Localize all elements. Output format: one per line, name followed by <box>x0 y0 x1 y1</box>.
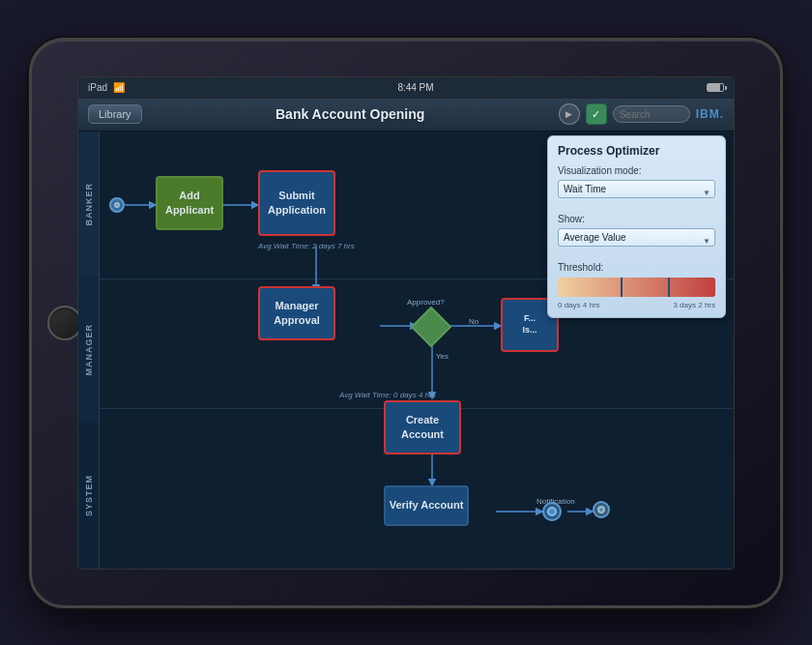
search-input[interactable] <box>613 105 690 123</box>
decision-diamond <box>411 306 451 346</box>
tablet: iPad 📶 8:44 PM Library Bank Account Open… <box>29 38 783 608</box>
approved-label: Approved? <box>407 298 445 307</box>
wifi-icon: 📶 <box>113 82 125 93</box>
threshold-label: Threshold: <box>558 262 715 273</box>
time-display: 8:44 PM <box>397 82 433 93</box>
wait-time-label-1: Avg Wait Time: 2 days 7 hrs <box>258 242 355 250</box>
notification-circle <box>542 502 562 521</box>
swim-lane-manager: Manager <box>78 277 100 423</box>
threshold-handle-right[interactable] <box>668 278 670 297</box>
viz-mode-select[interactable]: Wait Time <box>558 180 715 198</box>
end-circle <box>593 501 610 518</box>
threshold-min: 0 days 4 hrs <box>558 301 600 309</box>
yes-label: Yes <box>436 352 449 361</box>
optimizer-title: Process Optimizer <box>558 144 715 158</box>
nav-bar: Library Bank Account Opening ▶ ✓ IBM. <box>78 99 734 132</box>
check-button[interactable]: ✓ <box>586 103 607 125</box>
manager-approval-node[interactable]: ManagerApproval <box>258 286 335 340</box>
viz-mode-label: Visualization mode: <box>558 165 715 176</box>
play-button[interactable]: ▶ <box>559 103 580 125</box>
battery-icon <box>707 83 724 92</box>
show-label: Show: <box>558 214 715 224</box>
no-label: No <box>469 317 478 326</box>
nav-controls: ▶ ✓ IBM. <box>559 103 724 125</box>
start-circle <box>109 197 125 213</box>
threshold-max: 3 days 2 hrs <box>673 301 715 309</box>
swim-lane-banker: Banker <box>78 132 100 278</box>
wait-time-label-2: Avg Wait Time: 0 days 4 hrs <box>339 391 436 399</box>
page-title: Bank Account Opening <box>276 106 424 122</box>
status-bar: iPad 📶 8:44 PM <box>78 77 734 99</box>
swim-lane-manager-label: Manager <box>84 324 94 376</box>
optimizer-panel: Process Optimizer Visualization mode: Wa… <box>547 135 726 318</box>
status-right <box>707 83 724 92</box>
ibm-logo: IBM. <box>696 107 724 121</box>
threshold-bar[interactable] <box>558 278 715 297</box>
show-wrapper: Average Value <box>558 227 715 254</box>
add-applicant-node[interactable]: AddApplicant <box>156 176 223 230</box>
diagram-area: AddApplicant SubmitApplication Avg Wait … <box>100 132 734 569</box>
show-select[interactable]: Average Value <box>558 228 715 247</box>
device-label: iPad <box>88 82 107 93</box>
submit-application-node[interactable]: SubmitApplication <box>258 170 335 236</box>
threshold-labels: 0 days 4 hrs 3 days 2 hrs <box>558 301 715 309</box>
viz-mode-wrapper: Wait Time <box>558 179 715 206</box>
threshold-handle-left[interactable] <box>621 278 623 297</box>
swim-lane-banker-label: Banker <box>84 183 94 226</box>
library-button[interactable]: Library <box>88 104 142 124</box>
threshold-gradient <box>558 278 715 297</box>
swim-lane-system-label: System <box>84 475 94 516</box>
verify-account-node[interactable]: Verify Account <box>384 485 469 526</box>
create-account-node[interactable]: CreateAccount <box>384 400 461 454</box>
status-left: iPad 📶 <box>88 82 125 93</box>
screen: iPad 📶 8:44 PM Library Bank Account Open… <box>77 76 735 570</box>
home-button[interactable] <box>47 306 82 340</box>
swim-lanes: Banker Manager System <box>78 132 100 569</box>
swim-lane-system: System <box>78 423 100 569</box>
main-content: Banker Manager System <box>78 132 734 569</box>
